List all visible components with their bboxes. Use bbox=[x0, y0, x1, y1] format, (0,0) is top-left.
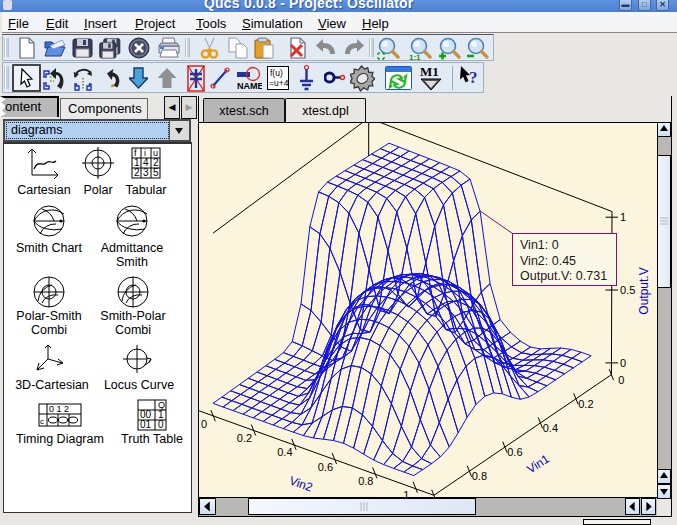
svg-text:2: 2 bbox=[134, 167, 140, 178]
svg-text:M1: M1 bbox=[420, 64, 439, 79]
svg-text:f(u): f(u) bbox=[270, 68, 283, 78]
svg-text:01: 01 bbox=[140, 419, 152, 430]
svg-text:0: 0 bbox=[620, 357, 626, 369]
svg-text:=u+4: =u+4 bbox=[269, 78, 289, 88]
svg-text:0.2: 0.2 bbox=[578, 398, 593, 410]
svg-text:Output.V: Output.V bbox=[637, 267, 651, 314]
svg-text:0: 0 bbox=[158, 419, 164, 430]
svg-text:Vin1: Vin1 bbox=[524, 451, 552, 476]
svg-text:0.8: 0.8 bbox=[472, 470, 487, 482]
svg-text:0.5: 0.5 bbox=[620, 284, 635, 296]
svg-text:1: 1 bbox=[620, 211, 626, 223]
svg-text:Vin2: 0.45: Vin2: 0.45 bbox=[520, 254, 576, 268]
svg-text:0.6: 0.6 bbox=[318, 461, 333, 473]
svg-text:3: 3 bbox=[143, 167, 149, 178]
svg-text:Vin1: 0: Vin1: 0 bbox=[520, 238, 559, 252]
svg-text:NAME: NAME bbox=[237, 81, 262, 91]
svg-text:0.4: 0.4 bbox=[543, 422, 558, 434]
svg-text:c: c bbox=[40, 417, 44, 426]
svg-text:0.2: 0.2 bbox=[237, 432, 252, 444]
svg-text:0.8: 0.8 bbox=[358, 475, 373, 487]
svg-text:Vin2: Vin2 bbox=[287, 473, 314, 494]
svg-text:0.6: 0.6 bbox=[507, 446, 522, 458]
svg-text:Output.V: 0.731: Output.V: 0.731 bbox=[520, 269, 607, 283]
svg-text:?: ? bbox=[469, 68, 478, 87]
svg-text:0 1 2: 0 1 2 bbox=[49, 404, 69, 414]
svg-text:1:1: 1:1 bbox=[409, 53, 421, 61]
svg-text:0.4: 0.4 bbox=[277, 446, 292, 458]
svg-text:0: 0 bbox=[201, 418, 207, 430]
svg-text:5: 5 bbox=[153, 167, 159, 178]
svg-text:0: 0 bbox=[618, 374, 624, 386]
svg-text:1: 1 bbox=[403, 489, 409, 497]
